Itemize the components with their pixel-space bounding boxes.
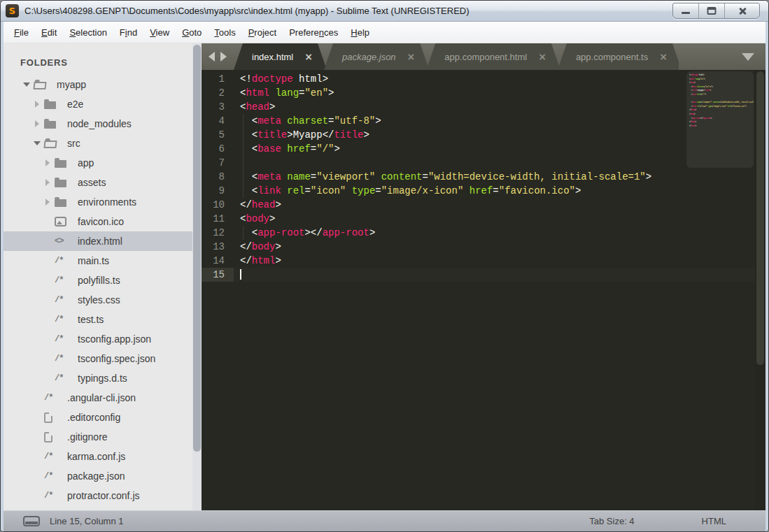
title-bar[interactable]: S C:\Users\408298.GENPT\Documents\Codes\… xyxy=(1,1,768,22)
tab-label: index.html xyxy=(252,52,293,62)
code-line-15[interactable]: 15 xyxy=(202,268,766,282)
code-line-11[interactable]: 11<body> xyxy=(202,212,766,226)
tab-size-indicator[interactable]: Tab Size: 4 xyxy=(589,516,634,526)
text-caret xyxy=(240,269,241,280)
tree-item-test-ts[interactable]: /*test.ts xyxy=(3,310,192,329)
menu-find[interactable]: Find xyxy=(113,22,143,43)
tab-close-icon[interactable]: × xyxy=(304,52,313,62)
tab-package-json[interactable]: package.json× xyxy=(324,43,429,70)
panel-toggle-icon[interactable] xyxy=(23,516,40,526)
code-line-1[interactable]: 1<!doctype html> xyxy=(202,72,766,86)
code-editor[interactable]: 1<!doctype html>2<html lang="en">3<head>… xyxy=(202,70,766,510)
tree-item-typings-d-ts[interactable]: /*typings.d.ts xyxy=(3,368,192,388)
tree-item-app[interactable]: app xyxy=(3,153,192,173)
line-number: 8 xyxy=(202,170,234,184)
tree-item-label: tsconfig.spec.json xyxy=(73,353,155,364)
tab-close-icon[interactable]: × xyxy=(538,52,546,62)
close-button[interactable] xyxy=(725,3,759,18)
tree-item--gitignore[interactable]: .gitignore xyxy=(3,427,192,447)
expand-arrow-icon[interactable] xyxy=(32,101,42,108)
code-line-10[interactable]: 10</head> xyxy=(202,198,766,212)
tab-index-html[interactable]: index.html× xyxy=(234,43,327,70)
minimize-button[interactable] xyxy=(673,3,699,18)
line-number: 1 xyxy=(202,72,234,86)
tree-item-node-modules[interactable]: node_modules xyxy=(3,114,192,134)
menu-help[interactable]: Help xyxy=(344,22,376,43)
line-content: <body> xyxy=(234,212,275,226)
source-file-icon: /* xyxy=(52,335,73,343)
tab-app-component-ts[interactable]: app.component.ts× xyxy=(558,43,679,70)
code-line-13[interactable]: 13</body> xyxy=(202,240,766,254)
collapse-arrow-icon[interactable] xyxy=(22,82,31,87)
tree-item-package-json[interactable]: /*package.json xyxy=(3,466,192,486)
tree-item-favicon-ico[interactable]: favicon.ico xyxy=(3,212,192,231)
menu-preferences[interactable]: Preferences xyxy=(283,22,344,43)
editor-scrollbar[interactable] xyxy=(755,70,766,510)
window-body: FileEditSelectionFindViewGotoToolsProjec… xyxy=(3,22,766,531)
tree-item-label: e2e xyxy=(63,99,83,110)
menu-view[interactable]: View xyxy=(143,22,176,43)
tree-item-tsconfig-spec-json[interactable]: /*tsconfig.spec.json xyxy=(3,349,192,368)
code-line-5[interactable]: 5 <title>Myapp</title> xyxy=(202,128,766,142)
tab-scroll-left-icon[interactable] xyxy=(209,52,215,62)
tree-item-polyfills-ts[interactable]: /*polyfills.ts xyxy=(3,271,192,290)
code-line-3[interactable]: 3<head> xyxy=(202,100,766,114)
tree-item-environments[interactable]: environments xyxy=(3,192,192,212)
tree-item-e2e[interactable]: e2e xyxy=(3,94,192,114)
tab-app-component-html[interactable]: app.component.html× xyxy=(426,43,560,70)
tree-item-myapp[interactable]: myapp xyxy=(3,75,192,94)
tab-label: app.component.html xyxy=(444,52,527,62)
tree-item-tsconfig-app-json[interactable]: /*tsconfig.app.json xyxy=(3,329,192,349)
code-line-8[interactable]: 8 <meta name="viewport" content="width=d… xyxy=(202,170,766,184)
menu-file[interactable]: File xyxy=(8,22,35,43)
line-number: 7 xyxy=(202,156,234,170)
tabs: index.html×package.json×app.component.ht… xyxy=(234,43,679,70)
tab-scroll-right-icon[interactable] xyxy=(220,52,227,62)
sidebar-scrollbar-thumb[interactable] xyxy=(193,45,201,452)
tree-item-label: tsconfig.app.json xyxy=(73,333,151,345)
expand-arrow-icon[interactable] xyxy=(43,179,52,186)
indent-guide xyxy=(243,114,244,198)
code-line-2[interactable]: 2<html lang="en"> xyxy=(202,86,766,100)
code-line-9[interactable]: 9 <link rel="icon" type="image/x-icon" h… xyxy=(202,184,766,198)
code-line-4[interactable]: 4 <meta charset="utf-8"> xyxy=(202,114,766,128)
menu-project[interactable]: Project xyxy=(242,22,283,43)
code-line-14[interactable]: 14</html> xyxy=(202,254,766,268)
code-line-6[interactable]: 6 <base href="/"> xyxy=(202,142,766,156)
tree-item-index-html[interactable]: <>index.html xyxy=(3,231,192,251)
tree-item-assets[interactable]: assets xyxy=(3,173,192,192)
menu-selection[interactable]: Selection xyxy=(63,22,113,43)
expand-arrow-icon[interactable] xyxy=(43,199,52,206)
tab-close-icon[interactable]: × xyxy=(407,52,416,62)
tree-item-styles-css[interactable]: /*styles.css xyxy=(3,290,192,310)
line-number: 9 xyxy=(202,184,234,198)
line-number: 4 xyxy=(202,114,234,128)
editor-scrollbar-thumb[interactable] xyxy=(756,71,764,365)
syntax-indicator[interactable]: HTML xyxy=(702,516,726,526)
line-content: <!doctype html> xyxy=(234,72,328,86)
tree-item--angular-cli-json[interactable]: /*.angular-cli.json xyxy=(3,388,192,408)
plain-file-icon xyxy=(42,432,63,443)
tree-item-label: assets xyxy=(73,177,106,188)
tree-item-protractor-conf-js[interactable]: /*protractor.conf.js xyxy=(3,486,192,505)
expand-arrow-icon[interactable] xyxy=(32,120,42,127)
collapse-arrow-icon[interactable] xyxy=(32,141,42,145)
sublime-logo-icon: S xyxy=(6,4,19,17)
tree-item-label: environments xyxy=(73,196,136,208)
menu-goto[interactable]: Goto xyxy=(176,22,208,43)
tree-item--editorconfig[interactable]: .editorconfig xyxy=(3,408,192,427)
menu-edit[interactable]: Edit xyxy=(35,22,63,43)
sidebar-scrollbar[interactable] xyxy=(192,43,202,510)
tree-item-main-ts[interactable]: /*main.ts xyxy=(3,251,192,271)
tree-item-karma-conf-js[interactable]: /*karma.conf.js xyxy=(3,447,192,466)
line-number: 5 xyxy=(202,128,234,142)
maximize-button[interactable] xyxy=(699,3,725,18)
minimap[interactable]: <!doctype html><html lang="en"><head> <m… xyxy=(686,71,754,239)
code-line-12[interactable]: 12 <app-root></app-root> xyxy=(202,226,766,240)
tree-item-src[interactable]: src xyxy=(3,134,192,153)
menu-tools[interactable]: Tools xyxy=(208,22,241,43)
code-line-7[interactable]: 7 xyxy=(202,156,766,170)
expand-arrow-icon[interactable] xyxy=(43,159,52,166)
tab-close-icon[interactable]: × xyxy=(659,52,668,62)
tab-list-dropdown[interactable] xyxy=(731,43,766,70)
